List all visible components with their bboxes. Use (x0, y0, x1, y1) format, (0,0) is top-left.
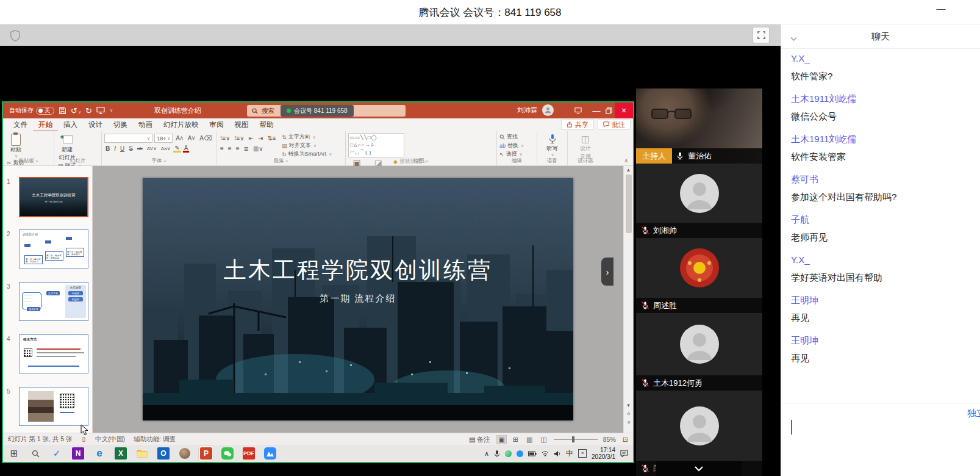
tab-review[interactable]: 审阅 (204, 118, 229, 131)
tab-transitions[interactable]: 切换 (108, 118, 133, 131)
paste-button[interactable]: 粘贴∨ (5, 133, 26, 159)
change-case-button[interactable]: Aa∨ (160, 146, 172, 151)
chat-sender[interactable]: Y.X_ (791, 52, 980, 65)
current-slide[interactable]: 土木工程学院双创训练营 第一期 流程介绍 (143, 178, 573, 420)
tab-home[interactable]: 开始 (33, 118, 58, 132)
dictate-button[interactable]: 听写∨ (540, 133, 565, 157)
fit-slide-button[interactable]: ⊡ (621, 436, 629, 444)
slide-thumbnail-5[interactable] (19, 387, 88, 426)
italic-button[interactable]: I (113, 145, 117, 152)
taskbar-excel-icon[interactable]: X (115, 447, 127, 460)
align-text-button[interactable]: ▤对齐文本∨ (282, 142, 332, 150)
previous-slide-button[interactable]: « (624, 411, 633, 417)
align-right-button[interactable]: ≡ (235, 145, 241, 152)
taskbar-user-app-icon[interactable] (179, 447, 191, 460)
collapse-ribbon-chevron[interactable]: ∧ (624, 157, 628, 164)
zoom-slider[interactable] (554, 433, 598, 445)
start-slideshow-icon[interactable] (96, 107, 105, 114)
tray-tim-icon[interactable] (517, 450, 523, 457)
replace-button[interactable]: ab替换∨ (499, 142, 524, 150)
qat-customize-chevron[interactable]: ∨ (110, 108, 113, 113)
tab-view[interactable]: 视图 (229, 118, 254, 131)
normal-view-button[interactable]: ▣ (497, 436, 506, 444)
comments-button[interactable]: 批注 (598, 119, 631, 130)
chat-sender[interactable]: 子航 (791, 214, 980, 226)
shrink-font-button[interactable]: A˅ (187, 135, 197, 142)
share-button[interactable]: 共享 (561, 119, 594, 130)
participant-tile[interactable]: 闫世桢 (636, 391, 762, 476)
align-left-button[interactable]: ≡ (219, 145, 225, 152)
taskbar-powerpoint-icon[interactable]: P (200, 447, 212, 460)
chat-sender[interactable]: 蔡可书 (791, 173, 980, 186)
taskbar-onenote-icon[interactable]: N (72, 447, 84, 460)
slide-thumbnail-2[interactable]: 训练营介绍 第一步：能力培养，小试牛刀 第二步：能力进阶，审校名款 第三步：能力… (19, 229, 88, 269)
bullets-button[interactable]: ⁝≡∨ (219, 135, 231, 142)
slide-scrollbar[interactable]: ▲ ▼ « « (623, 166, 633, 433)
tray-ime-language[interactable]: 中 (566, 449, 573, 459)
bold-button[interactable]: B (104, 145, 111, 152)
taskbar-outlook-icon[interactable]: O (157, 447, 170, 460)
slideshow-view-button[interactable]: ◫ (539, 436, 548, 444)
taskbar-pdf-icon[interactable]: PDF (243, 447, 255, 460)
zoom-level[interactable]: 85% (603, 436, 616, 443)
numbering-button[interactable]: ⁝≡∨ (233, 135, 245, 142)
design-ideas-button[interactable]: ◫ 设计灵感 (572, 133, 599, 160)
chat-input-area[interactable] (781, 403, 980, 476)
tab-help[interactable]: 帮助 (254, 118, 279, 131)
taskbar-edge-icon[interactable]: e (93, 447, 106, 460)
line-spacing-button[interactable]: ⇅≡ (266, 135, 277, 142)
tray-network-icon[interactable] (542, 450, 549, 456)
office-avatar[interactable] (542, 104, 554, 116)
ribbon-display-options-button[interactable] (569, 103, 587, 118)
scroll-down-arrow[interactable]: ▼ (624, 403, 633, 408)
participant-tile-host[interactable]: 主持人 董治佑 (636, 88, 762, 164)
slide-thumbnail-3[interactable]: • ─────• ────• ───── 报名阶段 正式方案 作品类型 创业类 … (19, 282, 88, 321)
text-shadow-button[interactable]: ab (136, 146, 144, 151)
tab-animations[interactable]: 动画 (133, 118, 158, 131)
accessibility-status[interactable]: 辅助功能: 调查 (134, 435, 176, 444)
tab-insert[interactable]: 插入 (58, 118, 83, 131)
chat-sender[interactable]: 土木1911刘屹儒 (791, 93, 980, 105)
tab-design[interactable]: 设计 (83, 118, 108, 131)
start-button[interactable]: ⊞ (8, 447, 20, 460)
taskbar-todo-icon[interactable]: ✓ (51, 447, 63, 460)
find-button[interactable]: 查找 (499, 133, 524, 141)
font-size-combo[interactable]: 18+∨ (154, 134, 173, 143)
clear-format-button[interactable]: A⌫ (198, 135, 213, 142)
next-slide-flyout-button[interactable]: › (601, 258, 613, 286)
autosave-toggle[interactable]: 自动保存 关 (9, 106, 54, 115)
grow-font-button[interactable]: A˄ (174, 135, 185, 142)
scrollbar-thumb[interactable] (626, 175, 632, 233)
columns-button[interactable]: ▥∨ (252, 145, 265, 152)
shapes-gallery[interactable]: ▭▭╲╲□◯□△⌐⌐→⇩◠◡⌒{ } (348, 133, 404, 157)
ppt-close-button[interactable]: × (615, 103, 633, 118)
taskbar-explorer-icon[interactable] (136, 447, 148, 460)
slide-sorter-view-button[interactable]: ⊞ (512, 436, 520, 444)
tray-speaker-icon[interactable] (554, 450, 561, 457)
font-family-combo[interactable]: ∨ (104, 134, 152, 143)
font-color-button[interactable]: A (183, 145, 190, 153)
notes-button[interactable]: ▤ 备注 (468, 435, 492, 444)
text-direction-button[interactable]: ⇅文字方向∨ (282, 133, 332, 141)
justify-button[interactable]: ≣ (243, 145, 250, 152)
action-center-icon[interactable] (620, 450, 628, 457)
chat-sender[interactable]: 王明坤 (791, 334, 980, 347)
taskbar-wechat-icon[interactable] (221, 447, 234, 460)
tray-ime-mode-icon[interactable]: ≡ (578, 449, 587, 458)
strikethrough-button[interactable]: S (127, 145, 134, 152)
tray-mic-icon[interactable] (494, 450, 500, 458)
tab-file[interactable]: 文件 (8, 118, 33, 131)
tray-battery-icon[interactable] (528, 451, 537, 456)
highlight-color-button[interactable]: ✎ (173, 145, 181, 153)
tray-green-icon[interactable] (505, 450, 512, 457)
collapse-video-panel-button[interactable] (656, 461, 742, 476)
taskbar-search-icon[interactable] (29, 447, 41, 460)
decrease-indent-button[interactable]: ⇤ (248, 135, 255, 142)
undo-button[interactable]: ↺∨ (71, 107, 81, 115)
office-account-name[interactable]: 刘沛霖 (517, 106, 537, 115)
scroll-up-arrow[interactable]: ▲ (624, 167, 633, 173)
tray-expand-chevron[interactable]: ∧ (484, 450, 489, 458)
security-shield-icon[interactable] (7, 27, 23, 43)
align-center-button[interactable]: ≡ (227, 145, 233, 152)
participant-tile[interactable]: 周述胜 (636, 238, 762, 313)
